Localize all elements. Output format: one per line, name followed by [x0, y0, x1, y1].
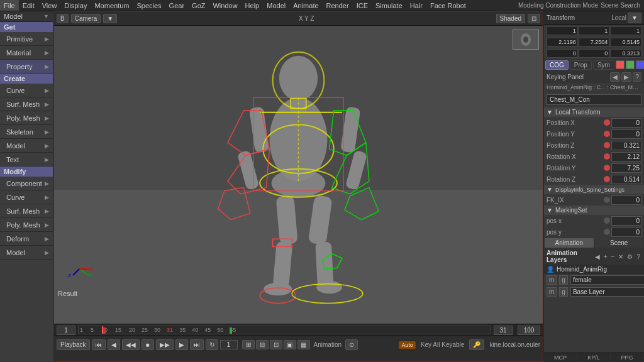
- menu-help[interactable]: Help: [242, 0, 264, 11]
- sidebar-btn-polymesh-create[interactable]: Poly. Mesh▶: [0, 111, 53, 125]
- color-btn-red[interactable]: [616, 60, 625, 69]
- viewport[interactable]: Y X Z Result: [54, 26, 543, 324]
- pos-y-input[interactable]: [611, 129, 641, 139]
- sidebar-btn-surfmesh-modify[interactable]: Surf. Mesh▶: [0, 204, 53, 218]
- tv-r2-c3[interactable]: [610, 38, 641, 47]
- sidebar-btn-model-create[interactable]: Model▶: [0, 139, 53, 153]
- g-label[interactable]: g: [559, 275, 568, 285]
- tool-btn-3[interactable]: ⊡: [270, 340, 282, 349]
- local-transform-toggle[interactable]: ▼ Local Transform: [544, 107, 644, 117]
- tab-mcp[interactable]: MCP: [544, 353, 577, 362]
- al-icon-minus[interactable]: −: [610, 253, 616, 261]
- play-backward-btn[interactable]: ◀◀: [122, 339, 140, 350]
- playback-label-btn[interactable]: Playback: [57, 339, 90, 350]
- tv-r3-c2[interactable]: [579, 49, 610, 58]
- tv-r1-c2[interactable]: [579, 26, 610, 35]
- marking-set-toggle[interactable]: ▼ MarkingSet: [544, 206, 644, 215]
- tool-btn-1[interactable]: ⊞: [242, 340, 255, 349]
- camera-arrow[interactable]: ▼: [103, 14, 117, 23]
- fk-ix-input[interactable]: [611, 195, 641, 205]
- menu-animate[interactable]: Animate: [289, 0, 322, 11]
- k-icon-3[interactable]: ?: [633, 72, 641, 82]
- sidebar-btn-property[interactable]: Property▶: [0, 60, 53, 74]
- menu-view[interactable]: View: [38, 0, 61, 11]
- tv-r2-c1[interactable]: [547, 38, 578, 47]
- next-frame-btn[interactable]: ▶: [175, 339, 188, 350]
- tv-r1-c3[interactable]: [610, 26, 641, 35]
- prev-frame-btn[interactable]: ◀: [108, 339, 120, 350]
- female-layer-input[interactable]: [570, 275, 644, 285]
- al-icon-help[interactable]: ?: [635, 253, 641, 261]
- tool-btn-2[interactable]: ⊟: [256, 340, 269, 349]
- menu-hair[interactable]: Hair: [406, 0, 426, 11]
- sidebar-btn-curve-modify[interactable]: Curve▶: [0, 190, 53, 204]
- viewport-menu-btn[interactable]: B: [57, 14, 69, 23]
- tab-sym[interactable]: Sym: [593, 60, 614, 70]
- sidebar-btn-surfmesh-create[interactable]: Surf. Mesh▶: [0, 97, 53, 111]
- menu-render[interactable]: Render: [323, 0, 353, 11]
- tab-animation[interactable]: Animation: [544, 238, 594, 248]
- key-icon-btn[interactable]: 🔑: [469, 339, 484, 350]
- stop-btn[interactable]: ■: [142, 339, 154, 350]
- sidebar-btn-model-modify[interactable]: Model▶: [0, 246, 53, 260]
- base-layer-input[interactable]: [570, 287, 644, 297]
- menu-ice[interactable]: ICE: [353, 0, 372, 11]
- tab-prop[interactable]: Prop: [570, 60, 592, 70]
- menu-edit[interactable]: Edit: [19, 0, 38, 11]
- tv-r1-c1[interactable]: [547, 26, 578, 35]
- posy-input[interactable]: [611, 228, 641, 237]
- model-dropdown[interactable]: Model ▼: [0, 11, 53, 22]
- loop-btn[interactable]: ↻: [206, 339, 218, 350]
- rot-x-input[interactable]: [611, 152, 641, 162]
- sidebar-btn-deform[interactable]: Deform▶: [0, 232, 53, 246]
- tab-ppg[interactable]: PPG: [611, 353, 644, 362]
- rot-y-input[interactable]: [611, 163, 641, 173]
- base-m-label[interactable]: m: [547, 287, 557, 297]
- tool-btn-4[interactable]: ▣: [284, 340, 296, 349]
- k-icon-2[interactable]: ▶: [621, 72, 631, 82]
- color-btn-green[interactable]: [626, 60, 635, 69]
- max-frame-input[interactable]: [518, 326, 540, 335]
- color-btn-blue[interactable]: [636, 60, 644, 69]
- next-key-btn[interactable]: ⏭: [190, 339, 204, 350]
- sidebar-btn-component[interactable]: Component▶: [0, 177, 53, 190]
- menu-simulate[interactable]: Simulate: [372, 0, 406, 11]
- sidebar-btn-skeleton[interactable]: Skeleton▶: [0, 125, 53, 139]
- menu-species[interactable]: Species: [133, 0, 165, 11]
- prev-key-btn[interactable]: ⏮: [92, 339, 106, 350]
- menu-file[interactable]: File: [0, 0, 19, 11]
- play-forward-btn[interactable]: ▶▶: [156, 339, 174, 350]
- ref-mode-btn[interactable]: ▼: [628, 13, 641, 23]
- posx-input[interactable]: [611, 216, 641, 226]
- menu-gear[interactable]: Gear: [165, 0, 188, 11]
- sidebar-btn-polymesh-modify[interactable]: Poly. Mesh▶: [0, 218, 53, 232]
- sidebar-btn-primitive[interactable]: Primitive▶: [0, 32, 53, 46]
- m-label[interactable]: m: [547, 275, 557, 285]
- al-icon-settings[interactable]: ⚙: [626, 253, 634, 261]
- shading-btn[interactable]: Shaded: [496, 14, 525, 23]
- menu-momentum[interactable]: Momentum: [91, 0, 133, 11]
- al-icon-add[interactable]: +: [602, 253, 609, 261]
- start-frame-input[interactable]: [57, 326, 75, 335]
- current-frame-field[interactable]: [220, 340, 238, 349]
- tool-btn-5[interactable]: ▦: [297, 340, 310, 349]
- al-icon-prev[interactable]: ◀: [594, 253, 601, 261]
- menu-model[interactable]: Model: [263, 0, 289, 11]
- tab-kpl[interactable]: KP/L: [577, 353, 611, 362]
- base-g-label[interactable]: g: [559, 287, 568, 297]
- pos-z-input[interactable]: [611, 141, 641, 150]
- object-name-input[interactable]: [547, 94, 641, 105]
- sidebar-btn-curve-create[interactable]: Curve▶: [0, 84, 53, 97]
- camera-btn[interactable]: Camera: [71, 14, 101, 23]
- display-spine-toggle[interactable]: ▼ DisplayInfo_Spine_Settings: [544, 185, 644, 194]
- al-icon-x[interactable]: ✕: [617, 253, 625, 261]
- sidebar-btn-material[interactable]: Material▶: [0, 46, 53, 60]
- viewport-maximize-btn[interactable]: ⊡: [528, 14, 540, 23]
- menu-goz[interactable]: GoZ: [188, 0, 209, 11]
- snap-btn[interactable]: ⊙: [345, 339, 358, 350]
- tab-cog[interactable]: COG: [545, 60, 569, 70]
- tv-r3-c3[interactable]: [610, 49, 641, 58]
- end-frame-input[interactable]: [494, 326, 513, 335]
- menu-face-robot[interactable]: Face Robot: [426, 0, 470, 11]
- menu-window[interactable]: Window: [209, 0, 241, 11]
